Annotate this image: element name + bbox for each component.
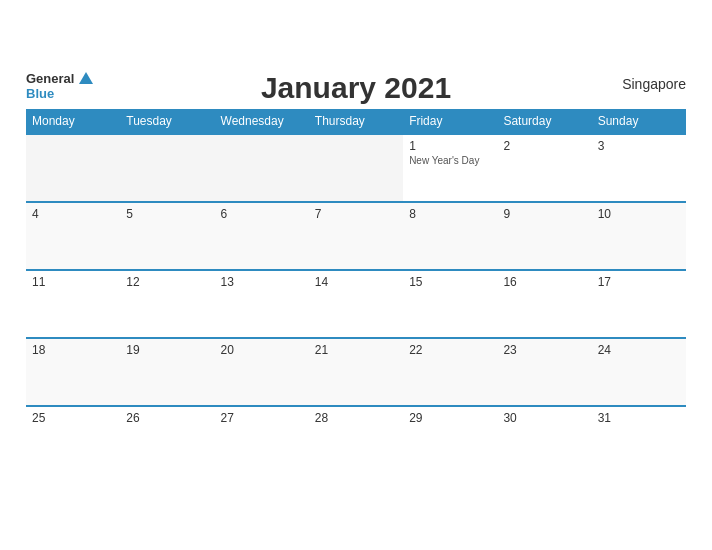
day-number: 9 [503,207,585,221]
calendar-cell-day: 8 [403,202,497,270]
weekday-header-monday: Monday [26,109,120,134]
day-number: 8 [409,207,491,221]
calendar-week-row: 25262728293031 [26,406,686,474]
day-number: 14 [315,275,397,289]
calendar-container: General Blue January 2021 Singapore Mond… [11,61,701,489]
calendar-cell-day: 22 [403,338,497,406]
logo: General Blue [26,71,93,101]
day-number: 26 [126,411,208,425]
country-label: Singapore [622,76,686,92]
calendar-cell-day: 16 [497,270,591,338]
calendar-week-row: 1New Year's Day23 [26,134,686,202]
calendar-week-row: 45678910 [26,202,686,270]
calendar-cell-day: 21 [309,338,403,406]
calendar-cell-day: 4 [26,202,120,270]
day-number: 23 [503,343,585,357]
calendar-cell-empty [120,134,214,202]
calendar-cell-day: 3 [592,134,686,202]
day-number: 20 [221,343,303,357]
calendar-cell-day: 27 [215,406,309,474]
calendar-cell-day: 1New Year's Day [403,134,497,202]
day-number: 24 [598,343,680,357]
calendar-cell-day: 26 [120,406,214,474]
calendar-cell-day: 17 [592,270,686,338]
calendar-cell-day: 24 [592,338,686,406]
day-number: 30 [503,411,585,425]
day-number: 29 [409,411,491,425]
calendar-cell-empty [26,134,120,202]
day-number: 31 [598,411,680,425]
calendar-cell-day: 23 [497,338,591,406]
day-number: 5 [126,207,208,221]
calendar-cell-day: 7 [309,202,403,270]
calendar-cell-day: 11 [26,270,120,338]
calendar-cell-day: 9 [497,202,591,270]
day-number: 13 [221,275,303,289]
weekday-header-sunday: Sunday [592,109,686,134]
calendar-week-row: 18192021222324 [26,338,686,406]
day-number: 16 [503,275,585,289]
weekday-header-tuesday: Tuesday [120,109,214,134]
day-number: 19 [126,343,208,357]
weekday-header-wednesday: Wednesday [215,109,309,134]
calendar-cell-day: 14 [309,270,403,338]
calendar-cell-day: 15 [403,270,497,338]
day-number: 6 [221,207,303,221]
day-number: 21 [315,343,397,357]
calendar-cell-day: 31 [592,406,686,474]
day-number: 7 [315,207,397,221]
logo-triangle-icon [79,72,93,84]
calendar-title: January 2021 [261,71,451,105]
calendar-table: MondayTuesdayWednesdayThursdayFridaySatu… [26,109,686,474]
day-number: 17 [598,275,680,289]
day-number: 11 [32,275,114,289]
day-number: 28 [315,411,397,425]
day-number: 3 [598,139,680,153]
day-number: 15 [409,275,491,289]
day-number: 25 [32,411,114,425]
calendar-week-row: 11121314151617 [26,270,686,338]
day-number: 18 [32,343,114,357]
calendar-cell-day: 25 [26,406,120,474]
calendar-cell-day: 2 [497,134,591,202]
weekday-header-saturday: Saturday [497,109,591,134]
calendar-cell-empty [215,134,309,202]
calendar-cell-day: 28 [309,406,403,474]
logo-general-text: General [26,71,74,86]
calendar-cell-day: 5 [120,202,214,270]
day-number: 22 [409,343,491,357]
weekday-header-friday: Friday [403,109,497,134]
day-number: 2 [503,139,585,153]
day-number: 4 [32,207,114,221]
calendar-body: 1New Year's Day2345678910111213141516171… [26,134,686,474]
day-number: 10 [598,207,680,221]
logo-blue-text: Blue [26,86,54,101]
day-number: 1 [409,139,491,153]
calendar-cell-day: 19 [120,338,214,406]
calendar-cell-day: 29 [403,406,497,474]
calendar-cell-day: 30 [497,406,591,474]
day-number: 27 [221,411,303,425]
calendar-cell-day: 18 [26,338,120,406]
calendar-cell-empty [309,134,403,202]
calendar-cell-day: 6 [215,202,309,270]
holiday-label: New Year's Day [409,155,491,166]
calendar-cell-day: 10 [592,202,686,270]
calendar-cell-day: 20 [215,338,309,406]
calendar-header-row: MondayTuesdayWednesdayThursdayFridaySatu… [26,109,686,134]
weekday-header-thursday: Thursday [309,109,403,134]
day-number: 12 [126,275,208,289]
calendar-cell-day: 12 [120,270,214,338]
calendar-cell-day: 13 [215,270,309,338]
calendar-header: General Blue January 2021 Singapore [26,71,686,101]
